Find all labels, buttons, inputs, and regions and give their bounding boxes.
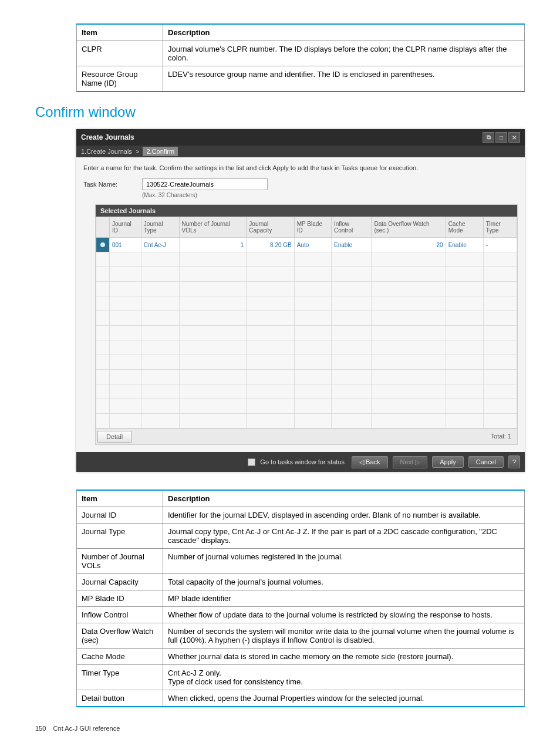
col-mpblade[interactable]: MP Blade ID xyxy=(294,217,331,238)
cell-overflow: 20 xyxy=(372,238,446,252)
back-button[interactable]: ◁ Back xyxy=(352,456,388,468)
cell-mpblade: Auto xyxy=(294,238,331,252)
table-row xyxy=(96,355,517,370)
table-row: Detail buttonWhen clicked, opens the Jou… xyxy=(77,690,525,707)
table-row xyxy=(96,252,517,267)
table-row: Number of Journal VOLsNumber of journal … xyxy=(77,549,525,574)
table-row: MP Blade IDMP blade identifier xyxy=(77,590,525,607)
goto-tasks-checkbox[interactable] xyxy=(248,458,255,466)
table-row: Data Overflow Watch (sec)Number of secon… xyxy=(77,623,525,649)
table-row xyxy=(96,282,517,296)
cell-inflow: Enable xyxy=(331,238,371,252)
task-name-input[interactable] xyxy=(142,178,268,190)
table-row xyxy=(96,311,517,326)
section-heading: Confirm window xyxy=(35,104,525,120)
col-journal-type[interactable]: Journal Type xyxy=(141,217,179,238)
table-row xyxy=(96,340,517,355)
panel-title: Selected Journals xyxy=(96,205,517,217)
cell-timer: - xyxy=(483,238,517,252)
page-footer: 150 Cnt Ac-J GUI reference xyxy=(35,725,525,732)
col-journal-id[interactable]: Journal ID xyxy=(110,217,141,238)
create-journals-dialog: Create Journals ⧉ □ ✕ 1.Create Journals … xyxy=(76,129,525,472)
cell-num-vols: 1 xyxy=(179,238,247,252)
page-section: Cnt Ac-J GUI reference xyxy=(53,725,120,732)
cancel-button[interactable]: Cancel xyxy=(468,456,504,468)
table-row: Timer TypeCnt Ac-J Z only. Type of clock… xyxy=(77,665,525,690)
col-overflow[interactable]: Data Overflow Watch (sec.) xyxy=(372,217,446,238)
row-selector-header xyxy=(96,217,110,238)
table-row xyxy=(96,370,517,384)
bottom-doc-table: Item Description Journal IDIdentifier fo… xyxy=(76,490,525,707)
col-cache[interactable]: Cache Mode xyxy=(446,217,483,238)
th-desc: Description xyxy=(163,490,525,507)
next-button: Next ▷ xyxy=(393,456,428,468)
cell-journal-id: 001 xyxy=(110,238,141,252)
wizard-breadcrumb: 1.Create Journals > 2.Confirm xyxy=(76,146,525,157)
journals-grid: Journal ID Journal Type Number of Journa… xyxy=(96,217,517,428)
col-num-vols[interactable]: Number of Journal VOLs xyxy=(179,217,247,238)
table-row: Journal TypeJournal copy type, Cnt Ac-J … xyxy=(77,524,525,549)
dialog-title: Create Journals xyxy=(81,133,134,141)
cell-capacity: 8.20 GB xyxy=(247,238,294,252)
instruction-text: Enter a name for the task. Confirm the s… xyxy=(83,164,518,171)
table-row xyxy=(96,384,517,399)
table-row: Resource Group Name (ID) LDEV's resource… xyxy=(77,66,525,92)
close-icon[interactable]: ✕ xyxy=(508,132,520,143)
goto-tasks-label: Go to tasks window for status xyxy=(260,458,345,465)
table-row xyxy=(96,296,517,311)
th-item: Item xyxy=(77,490,163,507)
help-icon[interactable]: ? xyxy=(508,455,520,468)
breadcrumb-step2: 2.Confirm xyxy=(143,147,178,156)
table-row xyxy=(96,267,517,282)
table-row: Inflow ControlWhether flow of update dat… xyxy=(77,607,525,623)
page-number: 150 xyxy=(35,725,46,732)
dialog-footer: Go to tasks window for status ◁ Back Nex… xyxy=(76,452,525,472)
task-name-hint: (Max. 32 Characters) xyxy=(142,192,268,198)
selected-journals-panel: Selected Journals Journal ID Journal Typ… xyxy=(95,204,518,445)
table-row xyxy=(96,399,517,414)
table-row xyxy=(96,414,517,428)
table-row: CLPR Journal volume's CLPR number. The I… xyxy=(77,41,525,66)
cell-journal-type: Cnt Ac-J xyxy=(141,238,179,252)
col-timer[interactable]: Timer Type xyxy=(483,217,517,238)
total-label: Total: 1 xyxy=(485,429,517,444)
th-desc: Description xyxy=(163,24,525,41)
task-name-label: Task Name: xyxy=(83,178,130,188)
row-indicator xyxy=(96,238,110,252)
cell-cache: Enable xyxy=(446,238,483,252)
top-doc-table: Item Description CLPR Journal volume's C… xyxy=(76,23,525,92)
table-row: Cache ModeWhether journal data is stored… xyxy=(77,649,525,665)
table-row: Journal IDIdentifier for the journal LDE… xyxy=(77,507,525,524)
detail-button[interactable]: Detail xyxy=(97,431,131,443)
table-row[interactable]: 001 Cnt Ac-J 1 8.20 GB Auto Enable 20 En… xyxy=(96,238,517,252)
table-row: Journal CapacityTotal capacity of the jo… xyxy=(77,574,525,590)
maximize-icon[interactable]: □ xyxy=(495,132,507,143)
apply-button[interactable]: Apply xyxy=(432,456,464,468)
table-row xyxy=(96,326,517,340)
col-inflow[interactable]: Inflow Control xyxy=(331,217,371,238)
breadcrumb-step1: 1.Create Journals xyxy=(81,148,132,155)
restore-icon[interactable]: ⧉ xyxy=(483,132,494,143)
dialog-body: Enter a name for the task. Confirm the s… xyxy=(76,157,525,452)
col-capacity[interactable]: Journal Capacity xyxy=(247,217,294,238)
dialog-titlebar: Create Journals ⧉ □ ✕ xyxy=(76,129,525,146)
th-item: Item xyxy=(77,24,163,41)
